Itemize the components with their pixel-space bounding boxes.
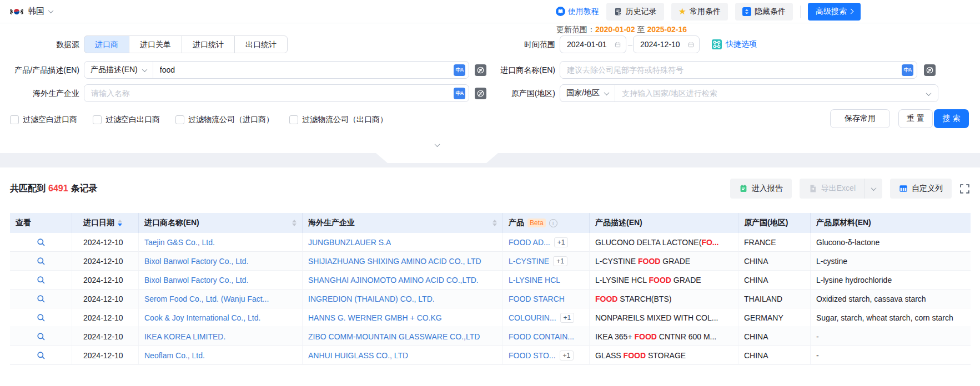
filter-checkbox[interactable]: 过滤物流公司（进口商） [175,115,274,125]
quick-options-link[interactable]: 快捷选项 [712,35,757,53]
search-button[interactable]: 搜 索 [934,109,969,128]
importer-link[interactable]: Bixol Banwol Factory Co., Ltd. [144,257,249,266]
product-link[interactable]: L-CYSTINE [509,257,549,266]
view-cell[interactable] [10,233,72,252]
country-selector[interactable]: 韩国 [10,5,53,18]
view-search-icon[interactable] [37,351,46,360]
filter-checkbox[interactable]: 过滤物流公司（出口商） [289,115,388,125]
view-cell[interactable] [10,252,72,271]
sort-icon[interactable] [292,217,296,228]
product-search-input[interactable] [153,62,469,78]
plus-badge[interactable]: +1 [560,351,574,360]
table-row: 2024-12-10Taejin G&S Co., Ltd.JUNGBUNZLA… [10,233,971,252]
column-header-2[interactable]: 进口商名称(EN) [139,213,303,233]
manufacturer-link[interactable]: ANHUI HUIGLASS CO., LTD [308,351,408,360]
date-to-input[interactable] [633,35,700,53]
column-header-1[interactable]: 进口日期 [72,213,139,233]
checkbox-icon[interactable] [93,115,102,124]
manufacturer-link[interactable]: HANNS G. WERNER GMBH + CO.KG [308,313,442,322]
enter-report-button[interactable]: 进入报告 [730,179,792,199]
beta-badge: Beta [527,219,546,227]
reset-button[interactable]: 重 置 [898,109,933,128]
manufacturer-link[interactable]: SHIJIAZHUANG SHIXING AMINO ACID CO., LTD [308,257,481,266]
plus-badge[interactable]: +1 [554,237,569,247]
importer-link[interactable]: Neoflam Co., Ltd. [144,351,205,360]
importer-link[interactable]: Taejin G&S Co., Ltd. [144,238,215,247]
customize-columns-label: 自定义列 [912,184,943,194]
product-cell: FOOD STARCH [503,290,590,308]
view-search-icon[interactable] [37,294,46,303]
translate-icon[interactable]: 中A [902,64,913,76]
raw-material: Oxidized starch, cassava starch [816,294,926,303]
importer-link[interactable]: Cook & Joy International Co., Ltd. [144,313,260,322]
tab-出口统计[interactable]: 出口统计 [234,35,288,53]
view-cell[interactable] [10,327,72,346]
filter-checkbox[interactable]: 过滤空白出口商 [93,115,160,125]
manufacturer-link[interactable]: JUNGBUNZLAUER S.A [308,238,391,247]
product-link[interactable]: FOOD CONTAIN... [509,332,574,341]
export-options-dropdown[interactable] [865,179,882,199]
fullscreen-button[interactable] [959,184,970,194]
checkbox-icon[interactable] [10,115,19,124]
filter-checkbox[interactable]: 过滤空白进口商 [10,115,77,125]
origin-country-input[interactable] [615,85,938,101]
origin-cell: CHINA [738,346,811,365]
view-search-icon[interactable] [37,276,46,285]
origin-cell: THAILAND [738,290,811,308]
product-link[interactable]: FOOD STO... [509,351,556,360]
tab-进口关单[interactable]: 进口关单 [129,35,182,53]
raw-material: - [816,332,819,341]
history-label: 历史记录 [626,7,657,17]
importer-link[interactable]: Bixol Banwol Factory Co., Ltd. [144,276,249,285]
origin-type-select[interactable]: 国家/地区 [560,85,615,101]
material-cell: L-lysine hydrochloride [811,271,971,290]
info-icon[interactable]: i [549,219,557,227]
checkbox-icon[interactable] [175,115,184,124]
hide-conditions-button[interactable]: 隐藏条件 [735,3,793,21]
importer-link[interactable]: IKEA KOREA LIMITED. [144,332,225,341]
manufacturer-link[interactable]: SHANGHAI AJINOMOTO AMINO ACID CO.,LTD. [308,276,479,285]
translate-icon[interactable]: 中A [454,64,465,76]
product-link[interactable]: COLOURIN... [509,313,556,322]
importer-name-input[interactable] [560,62,917,78]
view-search-icon[interactable] [37,238,46,247]
product-link[interactable]: FOOD STARCH [509,294,565,303]
translate-icon[interactable]: 中A [454,88,465,99]
save-favorite-button[interactable]: 保存常用 [830,109,890,128]
tab-进口统计[interactable]: 进口统计 [182,35,235,53]
view-search-icon[interactable] [37,313,46,322]
manufacturer-link[interactable]: ZIBO COMM-MOUNTAIN GLASSWARE CO.,LTD [308,332,480,341]
plus-badge[interactable]: +1 [560,313,575,323]
history-button[interactable]: 历史记录 [606,3,664,21]
sort-icon[interactable] [492,217,497,228]
manufacturer-input[interactable] [84,85,469,101]
date-from-input[interactable] [560,35,626,53]
product-field-select[interactable]: 产品描述(EN) [84,62,153,78]
view-cell[interactable] [10,271,72,290]
product-link[interactable]: FOOD AD... [509,238,550,247]
importer-link[interactable]: Serom Food Co., Ltd. (Wanju Fact... [144,294,269,303]
column-header-3[interactable]: 海外生产企业 [303,213,503,233]
tutorial-link[interactable]: 使用教程 [556,7,599,17]
view-search-icon[interactable] [37,257,46,266]
product-link[interactable]: L-LYSINE HCL [509,276,560,285]
sort-icon[interactable] [118,217,122,228]
view-search-icon[interactable] [37,332,46,341]
exclude-filter-icon[interactable] [924,64,936,76]
view-cell[interactable] [10,346,72,365]
view-cell[interactable] [10,308,72,327]
manufacturer-link[interactable]: INGREDION (THAILAND) CO., LTD. [308,294,435,303]
favorites-button[interactable]: ★ 常用条件 [671,3,728,21]
chevron-down-icon [604,90,609,95]
tab-进口商[interactable]: 进口商 [84,35,129,53]
column-header-0: 查看 [10,213,72,233]
export-excel-button[interactable]: 导出Excel [800,179,865,199]
date-from-field[interactable] [567,40,615,49]
checkbox-icon[interactable] [289,115,298,124]
advanced-search-button[interactable]: 高级搜索 [808,3,861,21]
plus-badge[interactable]: +1 [553,256,567,266]
date-to-field[interactable] [640,40,688,49]
origin-cell: GERMANY [738,308,811,327]
view-cell[interactable] [10,290,72,308]
customize-columns-button[interactable]: 自定义列 [890,179,952,199]
